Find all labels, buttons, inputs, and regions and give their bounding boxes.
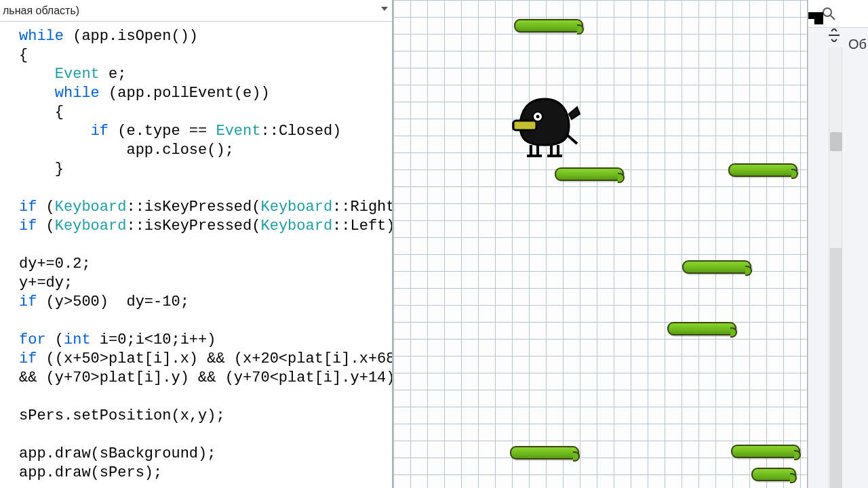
- platform: [510, 446, 579, 460]
- search-icon[interactable]: [822, 7, 835, 20]
- grid-background: [393, 0, 807, 488]
- scope-label: льная область): [3, 5, 79, 16]
- svg-rect-0: [513, 121, 536, 130]
- split-icon[interactable]: [827, 28, 841, 42]
- platform: [667, 322, 736, 336]
- platform: [555, 167, 624, 181]
- svg-line-13: [831, 16, 835, 20]
- game-window[interactable]: [393, 0, 808, 488]
- platform: [514, 19, 583, 33]
- platform: [728, 163, 797, 177]
- scrollbar-thumb-lower[interactable]: [830, 248, 842, 488]
- platform: [751, 468, 796, 481]
- svg-point-2: [536, 115, 540, 119]
- panel-label-fragment: Об: [848, 37, 867, 52]
- chevron-down-icon: [381, 7, 388, 11]
- svg-line-3: [566, 134, 577, 144]
- scrollbar-thumb[interactable]: [830, 132, 842, 151]
- right-rail: Об: [808, 0, 868, 488]
- code-editor-pane[interactable]: льная область) while (app.isOpen()) { Ev…: [0, 0, 393, 488]
- platform: [682, 260, 751, 274]
- code-area[interactable]: while (app.isOpen()) { Event e; while (a…: [0, 23, 392, 488]
- scope-dropdown[interactable]: льная область): [0, 0, 392, 22]
- player-character: [504, 87, 585, 161]
- svg-point-12: [823, 8, 831, 16]
- platform: [731, 445, 800, 458]
